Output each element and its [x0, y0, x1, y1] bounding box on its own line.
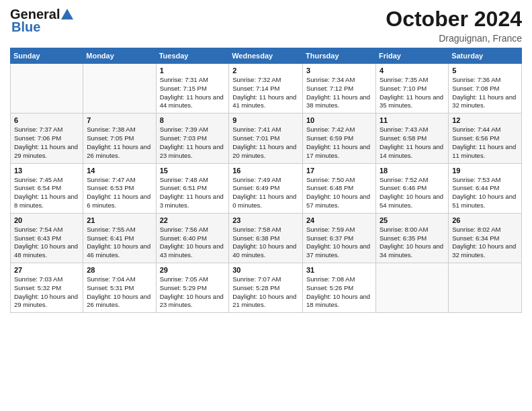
calendar-cell: 24Sunrise: 7:59 AMSunset: 6:37 PMDayligh…: [303, 213, 376, 263]
calendar-cell: [11, 64, 83, 113]
cell-info: Sunrise: 7:08 AMSunset: 5:26 PMDaylight:…: [306, 275, 372, 310]
cell-day-number: 7: [87, 116, 152, 124]
calendar-cell: 4Sunrise: 7:35 AMSunset: 7:10 PMDaylight…: [375, 64, 448, 113]
cell-day-number: 4: [380, 66, 445, 75]
calendar-cell: 10Sunrise: 7:42 AMSunset: 6:59 PMDayligh…: [303, 113, 376, 163]
cell-info: Sunrise: 7:03 AMSunset: 5:32 PMDaylight:…: [14, 275, 79, 310]
calendar-cell: 8Sunrise: 7:39 AMSunset: 7:03 PMDaylight…: [156, 113, 229, 163]
calendar-cell: 6Sunrise: 7:37 AMSunset: 7:06 PMDaylight…: [11, 113, 83, 163]
logo-blue: Blue: [11, 19, 40, 35]
cell-day-number: 25: [380, 216, 445, 224]
cell-info: Sunrise: 7:42 AMSunset: 6:59 PMDaylight:…: [306, 126, 372, 160]
calendar-cell: 13Sunrise: 7:45 AMSunset: 6:54 PMDayligh…: [11, 163, 83, 213]
header-friday: Friday: [375, 48, 448, 64]
logo-arrow-icon: [60, 7, 75, 22]
cell-day-number: 10: [306, 116, 372, 124]
cell-info: Sunrise: 7:48 AMSunset: 6:51 PMDaylight:…: [160, 176, 226, 210]
cell-day-number: 24: [306, 216, 372, 224]
calendar-cell: 31Sunrise: 7:08 AMSunset: 5:26 PMDayligh…: [303, 263, 376, 313]
calendar-cell: 14Sunrise: 7:47 AMSunset: 6:53 PMDayligh…: [83, 163, 156, 213]
cell-day-number: 18: [380, 167, 445, 175]
cell-info: Sunrise: 7:34 AMSunset: 7:12 PMDaylight:…: [306, 76, 372, 110]
cell-info: Sunrise: 7:55 AMSunset: 6:41 PMDaylight:…: [87, 226, 152, 260]
calendar-cell: [449, 263, 522, 313]
calendar-cell: 18Sunrise: 7:52 AMSunset: 6:46 PMDayligh…: [375, 163, 448, 213]
cell-info: Sunrise: 7:05 AMSunset: 5:29 PMDaylight:…: [160, 275, 226, 310]
calendar-cell: 9Sunrise: 7:41 AMSunset: 7:01 PMDaylight…: [229, 113, 303, 163]
cell-day-number: 27: [14, 266, 79, 274]
calendar-cell: 19Sunrise: 7:53 AMSunset: 6:44 PMDayligh…: [449, 163, 522, 213]
logo: General Blue: [10, 7, 75, 35]
cell-day-number: 6: [14, 116, 79, 124]
calendar-week-row-4: 20Sunrise: 7:54 AMSunset: 6:43 PMDayligh…: [11, 213, 522, 263]
cell-info: Sunrise: 7:45 AMSunset: 6:54 PMDaylight:…: [14, 176, 79, 210]
cell-day-number: 9: [232, 116, 299, 124]
cell-day-number: 29: [160, 266, 226, 274]
cell-info: Sunrise: 7:49 AMSunset: 6:49 PMDaylight:…: [232, 176, 299, 210]
cell-day-number: 8: [160, 116, 226, 124]
cell-day-number: 16: [232, 167, 299, 175]
header-monday: Monday: [83, 48, 156, 64]
cell-info: Sunrise: 7:47 AMSunset: 6:53 PMDaylight:…: [87, 176, 152, 210]
cell-info: Sunrise: 7:32 AMSunset: 7:14 PMDaylight:…: [232, 76, 299, 110]
cell-info: Sunrise: 7:58 AMSunset: 6:38 PMDaylight:…: [232, 226, 299, 260]
calendar-week-row-2: 6Sunrise: 7:37 AMSunset: 7:06 PMDaylight…: [11, 113, 522, 163]
calendar-cell: 21Sunrise: 7:55 AMSunset: 6:41 PMDayligh…: [83, 213, 156, 263]
cell-info: Sunrise: 7:07 AMSunset: 5:28 PMDaylight:…: [232, 275, 299, 310]
cell-info: Sunrise: 7:35 AMSunset: 7:10 PMDaylight:…: [380, 76, 445, 110]
cell-day-number: 5: [452, 66, 518, 75]
cell-info: Sunrise: 7:31 AMSunset: 7:15 PMDaylight:…: [160, 76, 226, 110]
calendar-cell: [83, 64, 156, 113]
cell-day-number: 22: [160, 216, 226, 224]
header-thursday: Thursday: [303, 48, 376, 64]
cell-day-number: 13: [14, 167, 79, 175]
cell-info: Sunrise: 8:00 AMSunset: 6:35 PMDaylight:…: [380, 226, 445, 260]
calendar-cell: 20Sunrise: 7:54 AMSunset: 6:43 PMDayligh…: [11, 213, 83, 263]
cell-info: Sunrise: 7:39 AMSunset: 7:03 PMDaylight:…: [160, 126, 226, 160]
cell-info: Sunrise: 7:59 AMSunset: 6:37 PMDaylight:…: [306, 226, 372, 260]
cell-day-number: 17: [306, 167, 372, 175]
calendar-cell: 17Sunrise: 7:50 AMSunset: 6:48 PMDayligh…: [303, 163, 376, 213]
header: General Blue October 2024 Draguignan, Fr…: [10, 7, 522, 44]
cell-day-number: 28: [87, 266, 152, 274]
cell-day-number: 3: [306, 66, 372, 75]
calendar-table: Sunday Monday Tuesday Wednesday Thursday…: [10, 48, 522, 313]
calendar-cell: 29Sunrise: 7:05 AMSunset: 5:29 PMDayligh…: [156, 263, 229, 313]
cell-info: Sunrise: 7:54 AMSunset: 6:43 PMDaylight:…: [14, 226, 79, 260]
calendar-cell: 11Sunrise: 7:43 AMSunset: 6:58 PMDayligh…: [375, 113, 448, 163]
calendar-week-row-5: 27Sunrise: 7:03 AMSunset: 5:32 PMDayligh…: [11, 263, 522, 313]
cell-info: Sunrise: 7:41 AMSunset: 7:01 PMDaylight:…: [232, 126, 299, 160]
title-block: October 2024 Draguignan, France: [386, 7, 522, 44]
cell-day-number: 14: [87, 167, 152, 175]
svg-marker-0: [61, 9, 73, 19]
cell-info: Sunrise: 7:36 AMSunset: 7:08 PMDaylight:…: [452, 76, 518, 110]
cell-day-number: 26: [452, 216, 518, 224]
calendar-cell: 1Sunrise: 7:31 AMSunset: 7:15 PMDaylight…: [156, 64, 229, 113]
calendar-cell: 12Sunrise: 7:44 AMSunset: 6:56 PMDayligh…: [449, 113, 522, 163]
calendar-cell: 22Sunrise: 7:56 AMSunset: 6:40 PMDayligh…: [156, 213, 229, 263]
calendar-cell: 23Sunrise: 7:58 AMSunset: 6:38 PMDayligh…: [229, 213, 303, 263]
cell-day-number: 2: [232, 66, 299, 75]
calendar-cell: 26Sunrise: 8:02 AMSunset: 6:34 PMDayligh…: [449, 213, 522, 263]
cell-day-number: 1: [160, 66, 226, 75]
cell-info: Sunrise: 7:53 AMSunset: 6:44 PMDaylight:…: [452, 176, 518, 210]
cell-day-number: 12: [452, 116, 518, 124]
calendar-week-row-1: 1Sunrise: 7:31 AMSunset: 7:15 PMDaylight…: [11, 64, 522, 113]
location: Draguignan, France: [386, 33, 522, 44]
calendar-week-row-3: 13Sunrise: 7:45 AMSunset: 6:54 PMDayligh…: [11, 163, 522, 213]
cell-day-number: 30: [232, 266, 299, 274]
header-saturday: Saturday: [449, 48, 522, 64]
calendar-cell: 27Sunrise: 7:03 AMSunset: 5:32 PMDayligh…: [11, 263, 83, 313]
calendar-cell: 5Sunrise: 7:36 AMSunset: 7:08 PMDaylight…: [449, 64, 522, 113]
header-wednesday: Wednesday: [229, 48, 303, 64]
cell-info: Sunrise: 7:04 AMSunset: 5:31 PMDaylight:…: [87, 275, 152, 310]
cell-info: Sunrise: 7:56 AMSunset: 6:40 PMDaylight:…: [160, 226, 226, 260]
calendar-cell: 30Sunrise: 7:07 AMSunset: 5:28 PMDayligh…: [229, 263, 303, 313]
calendar-cell: 28Sunrise: 7:04 AMSunset: 5:31 PMDayligh…: [83, 263, 156, 313]
cell-info: Sunrise: 8:02 AMSunset: 6:34 PMDaylight:…: [452, 226, 518, 260]
calendar-page: General Blue October 2024 Draguignan, Fr…: [0, 0, 532, 411]
calendar-cell: [375, 263, 448, 313]
calendar-cell: 16Sunrise: 7:49 AMSunset: 6:49 PMDayligh…: [229, 163, 303, 213]
cell-day-number: 31: [306, 266, 372, 274]
cell-info: Sunrise: 7:52 AMSunset: 6:46 PMDaylight:…: [380, 176, 445, 210]
